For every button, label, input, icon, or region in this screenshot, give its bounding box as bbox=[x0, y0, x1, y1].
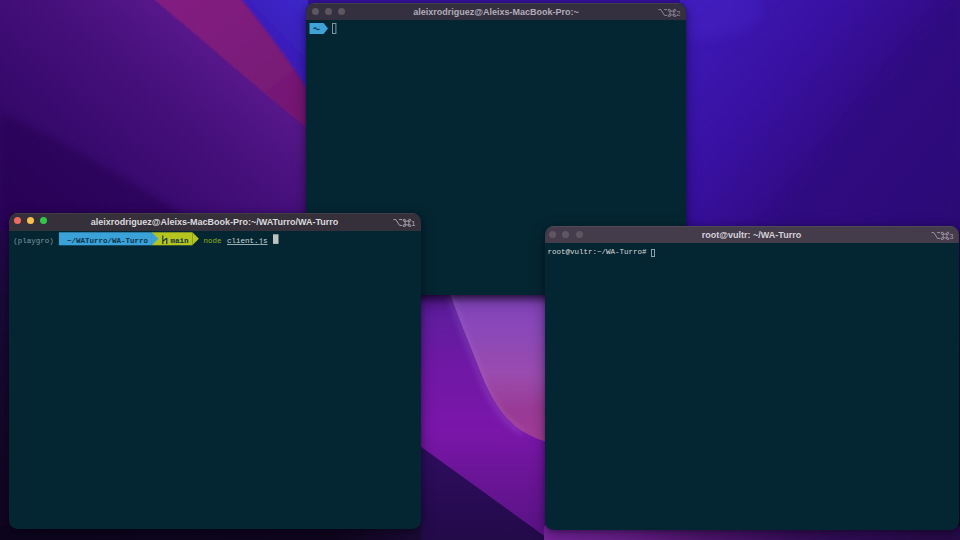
svg-text:~/WATurro/WA-Turro: ~/WATurro/WA-Turro bbox=[67, 237, 149, 245]
svg-text:node: node bbox=[203, 237, 221, 245]
svg-text:2: 2 bbox=[676, 9, 680, 17]
svg-text:3: 3 bbox=[949, 232, 953, 240]
svg-text:1: 1 bbox=[411, 219, 415, 227]
svg-text:client.js: client.js bbox=[227, 237, 268, 245]
svg-text:(playgro): (playgro) bbox=[13, 237, 54, 245]
svg-text:main: main bbox=[170, 237, 189, 245]
